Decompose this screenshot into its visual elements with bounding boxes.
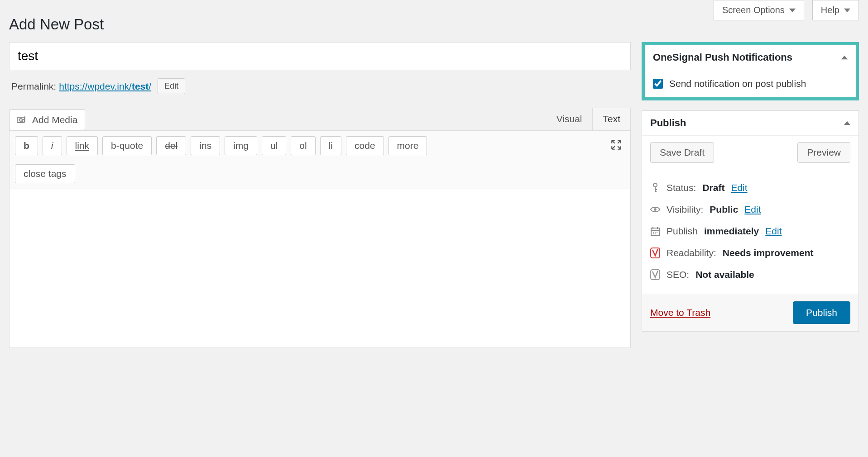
qt-del[interactable]: del — [156, 136, 186, 155]
qt-more[interactable]: more — [388, 136, 427, 155]
publish-button[interactable]: Publish — [793, 301, 850, 324]
status-edit-link[interactable]: Edit — [731, 182, 747, 193]
help-button[interactable]: Help — [812, 0, 859, 20]
yoast-seo-icon — [650, 269, 660, 280]
triangle-up-icon — [844, 120, 850, 126]
visibility-edit-link[interactable]: Edit — [744, 204, 761, 215]
publish-panel-toggle[interactable]: Publish — [642, 111, 858, 136]
onesignal-panel-toggle[interactable]: OneSignal Push Notifications — [645, 45, 856, 70]
fullscreen-button[interactable] — [608, 136, 625, 155]
qt-link[interactable]: link — [67, 136, 98, 155]
yoast-readability-icon — [650, 248, 660, 258]
triangle-down-icon — [789, 7, 796, 14]
key-icon — [650, 183, 660, 193]
editor-box: b i link b-quote del ins img ul ol li co… — [9, 130, 631, 348]
preview-button[interactable]: Preview — [797, 142, 850, 163]
permalink-row: Permalink: https://wpdev.ink/test/ Edit — [11, 78, 631, 94]
svg-point-3 — [654, 208, 657, 211]
eye-icon — [650, 205, 660, 214]
fullscreen-icon — [610, 139, 622, 151]
save-draft-button[interactable]: Save Draft — [650, 142, 714, 163]
onesignal-title: OneSignal Push Notifications — [653, 52, 792, 63]
qt-bquote[interactable]: b-quote — [102, 136, 152, 155]
qt-close-tags[interactable]: close tags — [15, 164, 75, 183]
help-label: Help — [821, 5, 839, 15]
qt-ol[interactable]: ol — [291, 136, 315, 155]
triangle-up-icon — [841, 54, 848, 61]
svg-point-2 — [653, 183, 657, 187]
qt-li[interactable]: li — [320, 136, 341, 155]
camera-music-icon — [17, 114, 28, 125]
calendar-icon — [650, 226, 660, 236]
schedule-row: Publish immediately Edit — [650, 220, 850, 242]
send-notification-label: Send notification on post publish — [669, 78, 806, 89]
add-media-button[interactable]: Add Media — [9, 109, 85, 130]
publish-title: Publish — [650, 117, 686, 129]
qt-code[interactable]: code — [346, 136, 384, 155]
send-notification-checkbox[interactable] — [653, 79, 663, 89]
add-media-label: Add Media — [32, 114, 77, 125]
qt-bold[interactable]: b — [15, 136, 38, 155]
onesignal-panel: OneSignal Push Notifications Send notifi… — [642, 42, 859, 100]
screen-options-button[interactable]: Screen Options — [714, 0, 804, 20]
visibility-row: Visibility: Public Edit — [650, 199, 850, 220]
editor-textarea[interactable] — [10, 189, 630, 348]
tab-visual[interactable]: Visual — [546, 108, 593, 130]
qt-ul[interactable]: ul — [262, 136, 286, 155]
tab-text[interactable]: Text — [592, 108, 631, 130]
permalink-label: Permalink: — [11, 81, 56, 92]
screen-options-label: Screen Options — [722, 5, 785, 15]
permalink-edit-button[interactable]: Edit — [158, 78, 185, 94]
qt-img[interactable]: img — [225, 136, 257, 155]
seo-row: SEO: Not available — [650, 264, 850, 286]
move-to-trash-link[interactable]: Move to Trash — [650, 307, 710, 318]
schedule-edit-link[interactable]: Edit — [765, 226, 782, 237]
post-title-input[interactable] — [9, 42, 631, 70]
triangle-down-icon — [844, 7, 850, 14]
permalink-link[interactable]: https://wpdev.ink/test/ — [59, 81, 151, 92]
status-row: Status: Draft Edit — [650, 177, 850, 199]
publish-panel: Publish Save Draft Preview Status: Draft… — [642, 110, 859, 332]
readability-row: Readability: Needs improvement — [650, 242, 850, 264]
qt-ins[interactable]: ins — [191, 136, 220, 155]
send-notification-row[interactable]: Send notification on post publish — [653, 78, 848, 89]
qt-italic[interactable]: i — [43, 136, 62, 155]
